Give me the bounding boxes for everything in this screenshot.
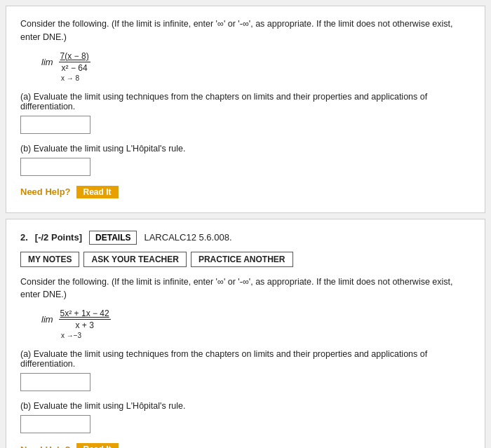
part-b-label: (b) <box>20 144 31 154</box>
problem-2-block: 2. [-/2 Points] DETAILS LARCALC12 5.6.00… <box>6 219 485 449</box>
my-notes-button[interactable]: MY NOTES <box>20 252 79 267</box>
part-b-text: Evaluate the limit using L'Hôpital's rul… <box>34 144 186 154</box>
part-a-text-2: Evaluate the limit using techniques from… <box>20 349 427 369</box>
denominator-2: x + 3 <box>74 320 95 330</box>
numerator: 7(x − 8) <box>59 51 90 62</box>
part-a-text: Evaluate the limit using techniques from… <box>20 92 427 111</box>
read-it-button[interactable]: Read It <box>76 186 119 198</box>
lim-subscript: x → 8 <box>61 74 471 82</box>
problem-id: LARCALC12 5.6.008. <box>144 232 231 243</box>
problem-1-part-b: (b) Evaluate the limit using L'Hôpital's… <box>20 144 471 154</box>
problem-2-part-a: (a) Evaluate the limit using techniques … <box>20 349 471 369</box>
lim-keyword: lim <box>41 57 53 67</box>
problem-1-block: Consider the following. (If the limit is… <box>6 6 485 213</box>
denominator: x² − 64 <box>60 62 89 73</box>
problem-1-directions: Consider the following. (If the limit is… <box>20 18 471 44</box>
part-a-answer-input[interactable] <box>20 116 90 134</box>
part-a-label: (a) <box>20 92 31 102</box>
part-b-answer-input[interactable] <box>20 158 90 176</box>
problem-number: 2. <box>20 232 28 243</box>
math-fraction: 7(x − 8) x² − 64 <box>59 51 90 73</box>
math-fraction-2: 5x² + 1x − 42 x + 3 <box>59 308 111 330</box>
part-a-label-2: (a) <box>20 349 31 359</box>
ask-teacher-button[interactable]: ASK YOUR TEACHER <box>83 252 186 267</box>
problem-2-math: lim 5x² + 1x − 42 x + 3 x →−3 <box>41 308 471 339</box>
problem-2-part-b: (b) Evaluate the limit using L'Hôpital's… <box>20 401 471 411</box>
part-b-text-2: Evaluate the limit using L'Hôpital's rul… <box>34 401 186 411</box>
points-label: [-/2 Points] <box>35 232 82 243</box>
details-button[interactable]: DETAILS <box>89 231 137 245</box>
problem-2-header: 2. [-/2 Points] DETAILS LARCALC12 5.6.00… <box>20 231 471 245</box>
problem-1-math: lim 7(x − 8) x² − 64 x → 8 <box>41 51 471 82</box>
problem-2-directions: Consider the following. (If the limit is… <box>20 276 471 302</box>
problem-1-part-a: (a) Evaluate the limit using techniques … <box>20 92 471 111</box>
need-help-section-2: Need Help? Read It <box>20 443 471 448</box>
action-bar: MY NOTES ASK YOUR TEACHER PRACTICE ANOTH… <box>20 252 471 267</box>
lim-keyword-2: lim <box>41 314 53 325</box>
problem-2-part-a-answer-input[interactable] <box>20 373 90 391</box>
read-it-button-2[interactable]: Read It <box>76 443 119 448</box>
need-help-section: Need Help? Read It <box>20 186 471 198</box>
part-b-label-2: (b) <box>20 401 31 411</box>
need-help-label-2: Need Help? <box>20 444 71 449</box>
need-help-label: Need Help? <box>20 186 71 197</box>
lim-subscript-2: x →−3 <box>61 332 471 339</box>
problem-2-part-b-answer-input[interactable] <box>20 415 90 433</box>
numerator-2: 5x² + 1x − 42 <box>59 308 111 320</box>
practice-another-button[interactable]: PRACTICE ANOTHER <box>191 252 293 267</box>
